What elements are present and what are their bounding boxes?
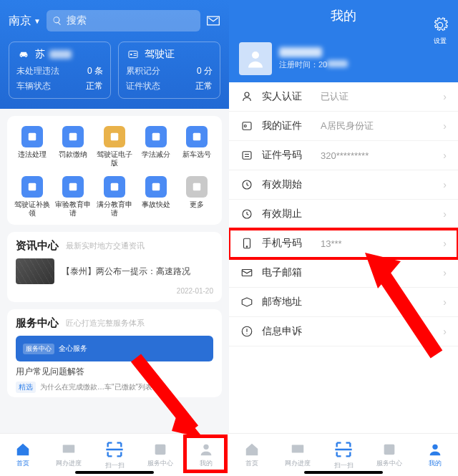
settings-button[interactable]: 设置 [432, 17, 448, 46]
list-item-1[interactable]: 我的证件A居民身份证› [229, 112, 458, 141]
row-icon [240, 178, 253, 191]
message-icon[interactable] [206, 14, 220, 28]
list-item-4[interactable]: 有效期止› [229, 200, 458, 229]
grid-item[interactable]: 满分教育申请 [94, 176, 135, 218]
profile-header: 我的 设置 注册时间：20xxx [229, 0, 458, 82]
tab-scan[interactable]: 扫一扫 [92, 434, 137, 476]
row-icon [240, 90, 253, 103]
list-item-8[interactable]: 信息申诉› [229, 317, 458, 346]
tab-bar-left: 首页 网办进度 扫一扫 服务中心 我的 [0, 433, 229, 476]
svg-point-15 [252, 52, 259, 59]
grid-item[interactable]: 审验教育申请 [53, 176, 94, 218]
grid-item[interactable]: 驾驶证电子版 [94, 126, 135, 167]
svg-point-16 [245, 92, 249, 97]
svg-rect-27 [384, 445, 395, 455]
list-item-0[interactable]: 实人认证已认证› [229, 82, 458, 112]
svg-rect-3 [69, 133, 77, 141]
gear-icon [432, 17, 448, 33]
page-title: 我的 [229, 7, 458, 24]
license-icon [126, 49, 140, 60]
row-icon [240, 149, 253, 162]
svg-rect-24 [242, 270, 252, 276]
faq-item[interactable]: 为什么在完成缴款…车"已缴款"列表中… [40, 382, 167, 392]
info-center[interactable]: 资讯中心最新实时地方交通资讯 【泰州】两公布一提示：高速路况 2022-01-2… [7, 232, 222, 302]
list-item-3[interactable]: 有效期始› [229, 170, 458, 200]
grid-item[interactable]: 违法处理 [11, 126, 53, 167]
svg-rect-7 [29, 183, 36, 191]
city-selector[interactable]: 南京▼ [9, 14, 41, 29]
list-item-7[interactable]: 邮寄地址› [229, 288, 458, 317]
svg-rect-19 [243, 152, 251, 160]
home-screen: 南京▼ 搜索 苏AA 未处理违法0 条 车辆状态正常 驾驶证 累积记分0 分 证… [0, 0, 229, 476]
svg-point-14 [203, 445, 208, 450]
list-item-5[interactable]: 手机号码13***› [229, 229, 458, 258]
vehicle-card[interactable]: 苏AA 未处理违法0 条 车辆状态正常 [9, 42, 111, 99]
tab-progress[interactable]: 网办进度 [275, 434, 321, 476]
row-icon [240, 325, 253, 338]
avatar[interactable] [239, 42, 272, 75]
row-icon [240, 237, 253, 250]
header: 南京▼ 搜索 苏AA 未处理违法0 条 车辆状态正常 驾驶证 累积记分0 分 证… [0, 0, 229, 109]
tab-mine[interactable]: 我的 [412, 434, 458, 476]
svg-rect-0 [129, 51, 137, 57]
news-title[interactable]: 【泰州】两公布一提示：高速路况 [62, 266, 213, 278]
service-center[interactable]: 服务中心匠心打造完整服务体系 服务中心 全心服务 用户常见问题解答 精选 为什么… [7, 309, 222, 397]
tab-scan[interactable]: 扫一扫 [321, 434, 366, 476]
list-item-6[interactable]: 电子邮箱› [229, 258, 458, 288]
mine-screen: 我的 设置 注册时间：20xxx 实人认证已认证›我的证件A居民身份证›证件号码… [229, 0, 458, 476]
faq-tag: 精选 [16, 382, 36, 393]
svg-rect-13 [155, 445, 166, 455]
service-banner[interactable]: 服务中心 全心服务 [16, 336, 213, 361]
svg-rect-5 [152, 133, 160, 141]
svg-rect-10 [152, 183, 160, 191]
reg-time: 注册时间：20xxx [279, 59, 348, 70]
news-date: 2022-01-20 [16, 287, 213, 295]
tab-mine[interactable]: 我的 [183, 434, 229, 476]
faq-heading: 用户常见问题解答 [16, 366, 213, 378]
svg-rect-4 [111, 133, 119, 141]
car-icon [16, 49, 31, 60]
grid-item[interactable]: 更多 [176, 176, 218, 218]
row-icon [240, 296, 253, 309]
tab-home[interactable]: 首页 [0, 434, 46, 476]
row-icon [240, 208, 253, 220]
search-icon [52, 16, 62, 26]
grid-item[interactable]: 新车选号 [176, 126, 218, 167]
row-icon [240, 266, 253, 279]
tab-service[interactable]: 服务中心 [366, 434, 412, 476]
row-icon [240, 120, 253, 132]
news-thumb [16, 258, 54, 284]
svg-rect-12 [63, 445, 75, 453]
svg-rect-6 [193, 133, 201, 141]
tab-home[interactable]: 首页 [229, 434, 275, 476]
svg-rect-2 [29, 133, 36, 141]
svg-point-1 [130, 54, 132, 56]
svg-point-18 [244, 125, 246, 127]
search-input[interactable]: 搜索 [47, 10, 200, 31]
service-grid: 违法处理罚款缴纳驾驶证电子版学法减分新车选号驾驶证补换领审验教育申请满分教育申请… [7, 116, 222, 225]
tab-bar-right: 首页 网办进度 扫一扫 服务中心 我的 [229, 433, 458, 476]
tab-service[interactable]: 服务中心 [137, 434, 183, 476]
tab-progress[interactable]: 网办进度 [46, 434, 92, 476]
grid-item[interactable]: 罚款缴纳 [53, 126, 94, 167]
list-item-2[interactable]: 证件号码320*********› [229, 141, 458, 170]
svg-rect-9 [111, 183, 119, 191]
svg-rect-8 [69, 183, 77, 191]
svg-point-28 [432, 445, 437, 450]
username-blurred [279, 47, 322, 57]
svg-rect-26 [292, 445, 304, 453]
svg-rect-11 [193, 183, 201, 191]
grid-item[interactable]: 驾驶证补换领 [11, 176, 53, 218]
grid-item[interactable]: 学法减分 [135, 126, 177, 167]
license-card[interactable]: 驾驶证 累积记分0 分 证件状态正常 [118, 42, 220, 99]
profile-list: 实人认证已认证›我的证件A居民身份证›证件号码320*********›有效期始… [229, 82, 458, 346]
grid-item[interactable]: 事故快处 [135, 176, 177, 218]
svg-point-23 [246, 246, 248, 248]
